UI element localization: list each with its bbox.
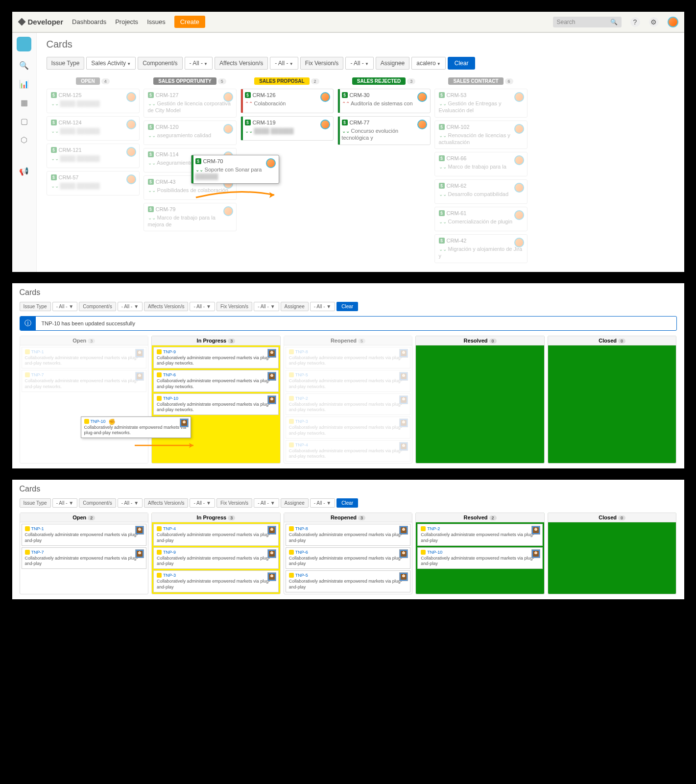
create-button[interactable]: Create	[174, 16, 205, 28]
card[interactable]: TNP-7Collaboratively administrate empowe…	[22, 547, 147, 569]
card[interactable]: TNP-10Collaboratively administrate empow…	[417, 547, 543, 569]
nav-projects[interactable]: Projects	[115, 18, 138, 25]
filter-bar: Issue Type- All - ▼ Component/s- All - ▼…	[20, 302, 677, 311]
card[interactable]: TNP-8Collaboratively administrate empowe…	[286, 347, 411, 369]
card[interactable]: $CRM-30⌃⌃ Auditoría de sistemas con	[337, 89, 431, 113]
card[interactable]: TNP-5Collaboratively administrate empowe…	[286, 370, 411, 392]
column-header: Resolved2	[416, 513, 544, 522]
card[interactable]: TNP-9Collaboratively administrate empowe…	[153, 547, 279, 569]
card[interactable]: $CRM-120⌄⌄ aseguramiento calidad	[144, 121, 237, 145]
project-avatar-icon[interactable]	[17, 37, 31, 51]
card[interactable]: TNP-3Collaboratively administrate empowe…	[286, 416, 411, 439]
card[interactable]: $CRM-53⌄⌄ Gestión de Entregas y Evaluaci…	[434, 89, 528, 118]
card[interactable]: TNP-7Collaboratively administrate empowe…	[22, 370, 147, 392]
card[interactable]: $CRM-61⌄⌄ Comercialización de plugin	[434, 207, 528, 231]
column-header: SALES REJECTED3	[337, 77, 431, 85]
drag-card[interactable]: TNP-10 ✊ Collaboratively administrate em…	[81, 416, 191, 439]
card[interactable]: $CRM-124⌄⌄ ████ ██████	[47, 116, 140, 141]
board: Open2TNP-1Collaboratively administrate e…	[20, 513, 677, 594]
filter-fix[interactable]: - All - ▼	[254, 498, 279, 508]
column-resolved: Resolved2TNP-2Collaboratively administra…	[415, 513, 545, 594]
filter-assignee[interactable]: acalero	[411, 57, 446, 70]
gear-icon[interactable]: ⚙	[649, 17, 659, 27]
card-avatar	[126, 120, 136, 129]
filter-issue-type[interactable]: Sales Activity	[86, 57, 136, 70]
filter-affects[interactable]: - All -	[270, 57, 298, 70]
filter-fix[interactable]: - All - ▼	[254, 302, 279, 311]
filter-affects[interactable]: - All - ▼	[190, 302, 215, 311]
card[interactable]: TNP-4Collaboratively administrate empowe…	[153, 524, 279, 546]
card-avatar	[514, 210, 524, 220]
filter-assignee[interactable]: - All - ▼	[310, 302, 335, 311]
card[interactable]: TNP-2Collaboratively administrate empowe…	[286, 393, 411, 416]
card[interactable]: TNP-8Collaboratively administrate empowe…	[286, 524, 411, 546]
card[interactable]: $CRM-77⌄⌄ Concurso evolución tecnológica…	[337, 116, 431, 145]
card[interactable]: TNP-10Collaboratively administrate empow…	[153, 393, 279, 416]
card[interactable]: TNP-6Collaboratively administrate empowe…	[153, 370, 279, 392]
filter-assignee[interactable]: - All - ▼	[310, 498, 335, 508]
help-icon[interactable]: ?	[630, 17, 640, 27]
card[interactable]: TNP-5Collaboratively administrate empowe…	[286, 570, 411, 592]
column-header: Open3	[20, 336, 148, 345]
card-avatar	[266, 158, 276, 168]
column-open: OPEN4$CRM-125⌄⌄ ████ ██████$CRM-124⌄⌄ ██…	[47, 77, 140, 266]
page-title: Cards	[20, 288, 677, 297]
card[interactable]: $CRM-42⌄⌄ Migración y alojamiento de Jir…	[434, 234, 528, 263]
filter-bar: Issue Type Sales Activity Component/s - …	[47, 57, 674, 70]
search-icon[interactable]: 🔍	[19, 60, 29, 70]
card[interactable]: TNP-3Collaboratively administrate empowe…	[153, 570, 279, 592]
card[interactable]: TNP-6Collaboratively administrate empowe…	[286, 547, 411, 569]
card-avatar	[267, 372, 276, 381]
card-avatar	[135, 349, 144, 358]
filter-components[interactable]: - All -	[185, 57, 213, 70]
card[interactable]: $CRM-79⌄⌄ Marco de trabajo para la mejor…	[144, 203, 237, 232]
card[interactable]: $CRM-127⌄⌄ Gestión de licencia corporati…	[144, 89, 237, 118]
card-avatar	[180, 418, 189, 427]
drag-card[interactable]: $CRM-70 ⌄⌄ Soporte con Sonar para ██████	[191, 155, 279, 184]
filter-fix[interactable]: - All -	[345, 57, 373, 70]
card[interactable]: $CRM-119⌄⌄ ████ ██████	[240, 116, 334, 141]
card-avatar	[135, 526, 144, 535]
filter-issue-type[interactable]: - All - ▼	[52, 498, 77, 508]
card[interactable]: TNP-1Collaboratively administrate empowe…	[22, 524, 147, 546]
card[interactable]: $CRM-66⌄⌄ Marco de trabajo para la	[434, 152, 528, 176]
clear-button[interactable]: Clear	[336, 498, 358, 508]
card[interactable]: $CRM-57⌄⌄ ████ ██████	[47, 171, 140, 196]
card[interactable]: TNP-4Collaboratively administrate empowe…	[286, 440, 411, 462]
column-resolved: Resolved0	[415, 336, 545, 464]
card[interactable]: $CRM-62⌄⌄ Desarrollo compatibilidad	[434, 179, 528, 204]
grid-icon[interactable]: ▦	[19, 98, 29, 107]
column-header: SALES CONTRACT6	[434, 77, 528, 85]
card[interactable]: TNP-2Collaboratively administrate empowe…	[417, 524, 543, 546]
search-input[interactable]: Search🔍	[553, 17, 622, 27]
clear-button[interactable]: Clear	[448, 57, 476, 70]
card[interactable]: $CRM-126⌃⌃ Colaboración	[240, 89, 334, 113]
avatar[interactable]	[668, 17, 678, 27]
card-avatar	[135, 549, 144, 558]
info-icon: ⓘ	[20, 317, 36, 330]
column-header: SALES OPPORTUNITY5	[144, 77, 237, 85]
filter-affects[interactable]: - All - ▼	[190, 498, 215, 508]
card[interactable]: $CRM-121⌄⌄ ████ ██████	[47, 144, 140, 168]
card[interactable]: TNP-9Collaboratively administrate empowe…	[153, 347, 279, 369]
chart-icon[interactable]: 📊	[19, 79, 29, 89]
filter-assignee-label: Assignee	[376, 57, 409, 70]
card[interactable]: TNP-1Collaboratively administrate empowe…	[22, 347, 147, 369]
column-header: Open2	[20, 513, 148, 522]
filter-issue-type[interactable]: - All - ▼	[52, 302, 77, 311]
nav-dashboards[interactable]: Dashboards	[72, 18, 106, 25]
logo-icon	[18, 18, 26, 26]
column-header: In Progress3	[152, 513, 280, 522]
page-title: Cards	[47, 39, 674, 50]
filter-components[interactable]: - All - ▼	[118, 498, 143, 508]
logo[interactable]: Developer	[18, 18, 64, 26]
nav-issues[interactable]: Issues	[147, 18, 166, 25]
filter-components[interactable]: - All - ▼	[118, 302, 143, 311]
card[interactable]: $CRM-125⌄⌄ ████ ██████	[47, 89, 140, 113]
doc-icon[interactable]: ▢	[19, 116, 29, 126]
megaphone-icon[interactable]: 📢	[19, 166, 29, 176]
card-avatar	[399, 549, 408, 558]
settings-icon[interactable]: ⬡	[19, 135, 29, 145]
card[interactable]: $CRM-102⌄⌄ Renovación de licencias y act…	[434, 121, 528, 149]
clear-button[interactable]: Clear	[336, 302, 358, 311]
